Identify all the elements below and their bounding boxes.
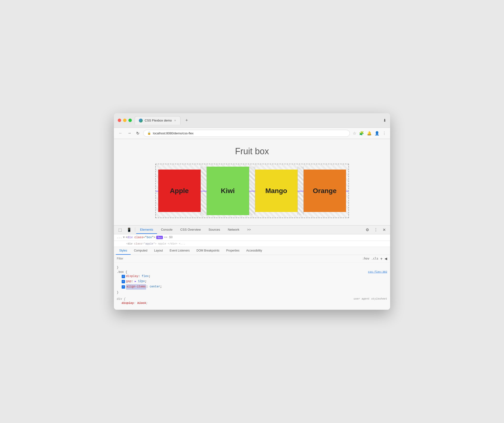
tab-console[interactable]: Console xyxy=(157,226,176,234)
fruit-label-orange: Orange xyxy=(313,187,337,195)
sub-tabs: Styles Computed Layout Event Listeners D… xyxy=(114,247,390,255)
css-closing-brace: } xyxy=(117,265,387,270)
element-picker-icon[interactable]: ⬚ xyxy=(116,226,124,234)
css-div-rule: user agent stylesheet div { display : bl… xyxy=(117,297,387,306)
css-gap-property: ✓ gap : ▶ 12px ; xyxy=(117,279,387,284)
fruit-container: ↕ Apple Kiwi Mango Orange xyxy=(155,164,349,218)
css-display-property: ✓ display : flex ; xyxy=(117,274,387,279)
sub-tab-event-listeners[interactable]: Event Listeners xyxy=(166,247,193,255)
devtools-close-icon[interactable]: ✕ xyxy=(380,226,388,234)
extensions-icon[interactable]: 🧩 xyxy=(359,131,364,136)
css-semicolon-gap: ; xyxy=(145,279,147,284)
dom-arrow-icon: ▼ xyxy=(123,236,125,239)
new-tab-button[interactable]: + xyxy=(183,117,190,124)
tab-close-button[interactable]: × xyxy=(174,118,176,123)
filter-bar: :hov .cls + ◀ xyxy=(114,255,390,263)
css-semicolon-align: ; xyxy=(160,284,162,290)
page-content: Fruit box ↕ Apple Kiwi Mango Orange xyxy=(114,139,390,225)
fruit-label-mango: Mango xyxy=(265,187,287,195)
url-text: localhost:8080/demo/css-flex xyxy=(153,131,194,135)
css-box-rule: css-flex:302 .box { ✓ display : flex ; ✓… xyxy=(117,270,387,295)
url-bar[interactable]: 🔒 localhost:8080/demo/css-flex xyxy=(143,130,350,137)
fruit-item-kiwi: Kiwi xyxy=(207,167,249,215)
css-div-rule-header: user agent stylesheet div { xyxy=(117,297,387,301)
flex-gap-3 xyxy=(298,167,304,215)
css-prop-value-align: center xyxy=(150,284,160,290)
toggle-sidebar-icon[interactable]: ◀ xyxy=(385,257,387,260)
css-div-colon: : xyxy=(134,301,137,306)
flex-gap-2 xyxy=(249,167,255,215)
browser-actions: ☆ 🧩 🔔 👤 ⋮ xyxy=(353,131,386,136)
add-style-button[interactable]: + xyxy=(380,256,383,261)
fruit-label-kiwi: Kiwi xyxy=(221,187,235,195)
sub-tab-layout[interactable]: Layout xyxy=(151,247,166,255)
css-user-agent-source: user agent stylesheet xyxy=(354,297,387,300)
fruit-item-apple: Apple xyxy=(158,170,201,212)
sub-tab-computed[interactable]: Computed xyxy=(131,247,151,255)
css-rules-panel: } css-flex:302 .box { ✓ display : flex ; xyxy=(114,263,390,310)
tab-favicon xyxy=(139,119,143,122)
hov-button[interactable]: :hov xyxy=(362,257,370,260)
tab-elements[interactable]: Elements xyxy=(136,226,157,234)
tab-more[interactable]: >> xyxy=(243,226,255,234)
css-div-semicolon: ; xyxy=(146,301,148,306)
css-align-items-property: ✓ align-items : center ; xyxy=(117,284,387,290)
css-prop-value-gap: 12px xyxy=(136,279,145,284)
back-button[interactable]: ← xyxy=(118,130,124,136)
dom-next-line: <div class="apple"> Apple </div> <... xyxy=(114,241,390,247)
more-menu-icon[interactable]: ⋮ xyxy=(382,131,386,136)
bookmark-icon[interactable]: ☆ xyxy=(353,131,356,136)
reload-button[interactable]: ↻ xyxy=(135,130,140,137)
devtools-settings-icon[interactable]: ⚙ xyxy=(363,226,371,234)
address-bar: ← → ↻ 🔒 localhost:8080/demo/css-flex ☆ 🧩… xyxy=(114,128,390,139)
minimize-traffic-light[interactable] xyxy=(123,119,126,122)
tab-network[interactable]: Network xyxy=(224,226,243,234)
sub-tab-styles[interactable]: Styles xyxy=(116,247,131,255)
fruit-label-apple: Apple xyxy=(170,187,189,195)
traffic-lights xyxy=(118,119,132,122)
device-toolbar-icon[interactable]: 📱 xyxy=(124,226,134,234)
css-colon-align: : xyxy=(146,284,150,290)
forward-button[interactable]: → xyxy=(126,130,132,136)
css-source-link[interactable]: css-flex:302 xyxy=(368,270,387,273)
dom-tag: <div class="box"> xyxy=(126,236,155,239)
flex-badge: flex xyxy=(156,236,163,239)
css-prop-name-align: align-items xyxy=(126,284,146,290)
css-box-closing-brace: } xyxy=(117,290,387,295)
css-selector: .box { xyxy=(117,270,127,274)
sub-tab-dom-breakpoints[interactable]: DOM Breakpoints xyxy=(193,247,223,255)
css-colon-gap: : xyxy=(131,279,135,284)
browser-window: CSS Flexbox demo × + ⬇ ← → ↻ 🔒 localhost… xyxy=(114,113,390,310)
css-prop-name-display: display xyxy=(126,274,138,279)
cls-button[interactable]: .cls xyxy=(371,257,378,260)
notifications-icon[interactable]: 🔔 xyxy=(367,131,372,136)
tab-css-overview[interactable]: CSS Overview xyxy=(176,226,205,234)
css-div-display-property: display : block ; xyxy=(117,301,387,306)
css-prop-name-gap: gap xyxy=(126,279,131,284)
maximize-traffic-light[interactable] xyxy=(128,119,132,122)
css-colon-display: : xyxy=(138,274,142,279)
sub-tab-accessibility[interactable]: Accessibility xyxy=(243,247,265,255)
devtools-toolbar: ⬚ 📱 Elements Console CSS Overview Source… xyxy=(114,226,390,234)
css-box-rule-header: css-flex:302 .box { xyxy=(117,270,387,274)
css-checkbox-display[interactable]: ✓ xyxy=(122,275,125,278)
filter-input[interactable] xyxy=(117,257,361,260)
flex-gap-1 xyxy=(201,167,207,215)
fruit-item-orange: Orange xyxy=(304,170,346,212)
fruit-item-mango: Mango xyxy=(255,170,298,212)
toolbar-separator xyxy=(135,227,135,232)
profile-icon[interactable]: 👤 xyxy=(375,131,379,136)
sub-tab-properties[interactable]: Properties xyxy=(223,247,243,255)
dom-breadcrumb: ... ▼ <div class="box"> flex == $0 xyxy=(114,234,390,241)
download-icon[interactable]: ⬇ xyxy=(383,118,386,123)
dom-dots: ... xyxy=(117,236,122,239)
css-checkbox-align[interactable]: ✓ xyxy=(122,285,125,289)
devtools-panel: ⬚ 📱 Elements Console CSS Overview Source… xyxy=(114,225,390,310)
close-traffic-light[interactable] xyxy=(118,119,121,122)
tab-sources[interactable]: Sources xyxy=(205,226,224,234)
lock-icon: 🔒 xyxy=(147,131,151,135)
browser-tab[interactable]: CSS Flexbox demo × xyxy=(135,116,181,125)
devtools-more-icon[interactable]: ⋮ xyxy=(371,226,380,234)
css-checkbox-gap[interactable]: ✓ xyxy=(122,280,125,283)
title-bar: CSS Flexbox demo × + ⬇ xyxy=(114,113,390,128)
